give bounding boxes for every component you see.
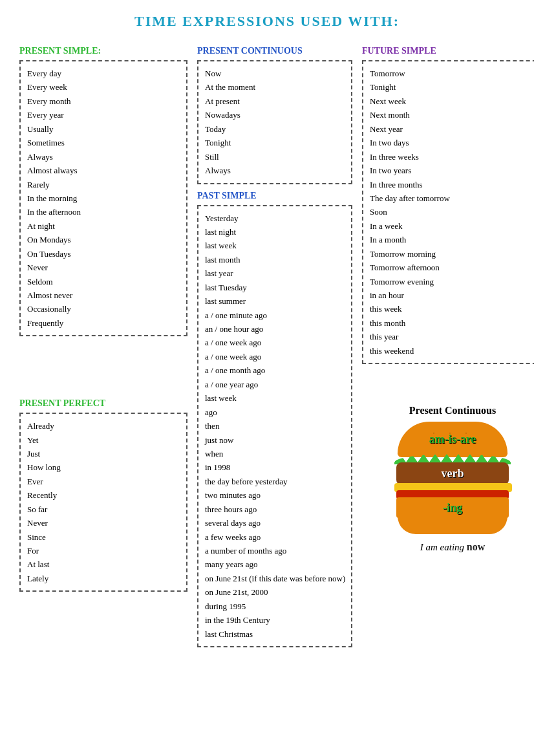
list-item: Just [27,447,180,460]
burger-illustration: am-is-are verb -ing [391,422,514,535]
list-item: three hours ago [205,502,345,516]
past-simple-box: Yesterdaylast nightlast weeklast monthla… [197,205,352,648]
burger-caption: I am eating now [420,541,486,553]
list-item: Yesterday [205,211,345,225]
list-item: So far [27,502,180,516]
list-item: the day before yesterday [205,475,345,488]
list-item: Never [27,261,180,274]
list-item: Rarely [27,178,180,191]
future-simple-section: FUTURE SIMPLE TomorrowTonightNext weekNe… [362,46,534,392]
list-item: Next year [370,122,534,136]
caption-now: now [467,541,485,552]
list-item: Soon [370,205,534,219]
list-item: last Christmas [205,627,345,641]
present-continuous-box: NowAt the momentAt presentNowadaysTodayT… [197,60,352,184]
list-item: On Tuesdays [27,247,180,261]
list-item: an / one hour ago [205,322,345,336]
list-item: Tonight [205,136,345,149]
list-item: Tomorrow morning [370,247,534,261]
list-item: during 1995 [205,599,345,613]
bun-top: am-is-are [398,422,507,457]
list-item: Always [27,150,180,164]
list-item: Almost never [27,288,180,302]
list-item: In the afternoon [27,205,180,219]
list-item: Tomorrow evening [370,275,534,288]
list-item: Almost always [27,164,180,177]
ing-layer: -ing [396,497,509,518]
patty-layer: verb [396,462,509,485]
present-perfect-box: AlreadyYetJustHow longEverRecentlySo far… [19,413,187,592]
page-title: TIME EXPRESSIONS USED WITH: [19,13,515,30]
present-continuous-section: PRESENT CONTINUOUS NowAt the momentAt pr… [197,46,352,184]
list-item: several days ago [205,516,345,530]
list-item: last week [205,391,345,405]
future-simple-title: FUTURE SIMPLE [362,46,534,56]
list-item: For [27,544,180,557]
list-item: Tomorrow [370,67,534,80]
list-item: last night [205,225,345,239]
am-is-are-label: am-is-are [429,433,476,446]
list-item: In a month [370,233,534,246]
burger-container: Present Continuous am-is-are verb -ing I… [362,398,534,559]
list-item: At last [27,557,180,571]
list-item: Every day [27,67,180,80]
list-item: then [205,419,345,433]
list-item: At night [27,219,180,233]
list-item: Today [205,122,345,136]
list-item: Every year [27,108,180,122]
present-simple-section: PRESENT SIMPLE: Every dayEvery weekEvery… [19,46,187,392]
past-simple-section: PAST SIMPLE Yesterdaylast nightlast week… [197,191,352,648]
list-item: At present [205,94,345,108]
list-item: Every month [27,94,180,108]
list-item: On Mondays [27,233,180,246]
list-item: last Tuesday [205,281,345,294]
list-item: ago [205,405,345,419]
list-item: this weekend [370,344,534,358]
list-item: Since [27,530,180,544]
past-simple-title: PAST SIMPLE [197,191,352,201]
list-item: in 1998 [205,460,345,474]
bun-bottom [398,516,507,534]
list-item: Lately [27,572,180,585]
list-item: Never [27,516,180,530]
list-item: a / one year ago [205,378,345,391]
list-item: last summer [205,294,345,308]
list-item: The day after tomorrow [370,191,534,205]
list-item: Nowadays [205,108,345,122]
future-simple-box: TomorrowTonightNext weekNext monthNext y… [362,60,534,364]
list-item: In a week [370,219,534,233]
list-item: Tomorrow afternoon [370,261,534,274]
list-item: How long [27,460,180,474]
list-item: in an hour [370,288,534,302]
list-item: In three weeks [370,150,534,164]
list-item: In three months [370,178,534,191]
list-item: a / one month ago [205,363,345,377]
list-item: In two years [370,164,534,177]
present-simple-box: Every dayEvery weekEvery monthEvery year… [19,60,187,336]
list-item: a number of months ago [205,544,345,557]
list-item: Always [205,164,345,177]
list-item: two minutes ago [205,488,345,502]
list-item: Next week [370,94,534,108]
present-perfect-title: PRESENT PERFECT [19,398,187,409]
list-item: many years ago [205,557,345,571]
list-item: this year [370,330,534,343]
present-continuous-title: PRESENT CONTINUOUS [197,46,352,56]
list-item: Ever [27,475,180,488]
list-item: Usually [27,122,180,136]
list-item: Every week [27,80,180,94]
list-item: on June 21st (if this date was before no… [205,572,345,585]
list-item: a few weeks ago [205,530,345,544]
list-item: last week [205,239,345,252]
ing-label: -ing [443,501,462,515]
list-item: in the 19th Century [205,613,345,627]
list-item: Tonight [370,80,534,94]
list-item: a / one minute ago [205,308,345,322]
list-item: At the moment [205,80,345,94]
caption-i-am-eating: I am eating [420,542,467,552]
list-item: Still [205,150,345,164]
list-item: a / one week ago [205,336,345,349]
list-item: Seldom [27,275,180,288]
list-item: last year [205,266,345,280]
list-item: Now [205,67,345,80]
